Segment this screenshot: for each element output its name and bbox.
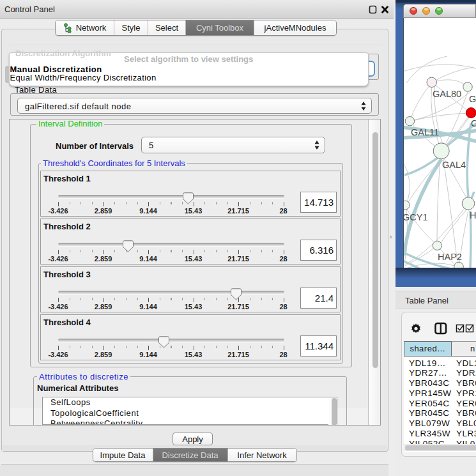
svg-text:HAP2: HAP2 [438,252,462,262]
svg-text:GAL11: GAL11 [411,127,439,137]
svg-text:GAL80: GAL80 [433,89,461,99]
svg-text:C: C [471,118,476,128]
svg-text:GA: GA [469,94,476,104]
svg-text:GAL4: GAL4 [442,160,466,170]
svg-text:GCY1: GCY1 [404,212,428,222]
svg-text:H: H [470,210,476,220]
